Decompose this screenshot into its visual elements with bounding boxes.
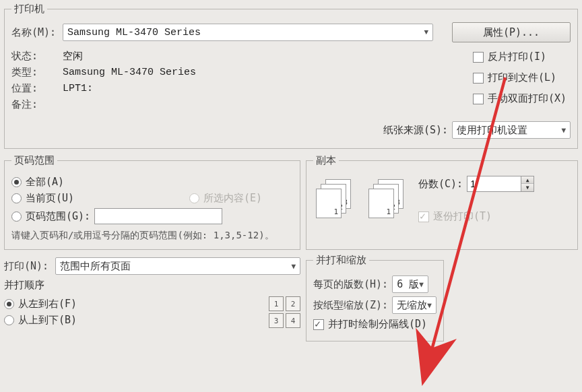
checkbox-icon [473, 94, 484, 104]
draw-separator-checkbox[interactable]: 并打时绘制分隔线(D) [313, 318, 427, 331]
range-all-label: 全部(A) [26, 176, 64, 189]
order-lr-radio[interactable]: 从左到右(F) [4, 298, 77, 311]
printer-name-value: Samsung ML-3470 Series [67, 27, 201, 38]
radio-icon [11, 193, 22, 203]
order-tb-label: 从上到下(B) [18, 314, 77, 327]
chevron-down-icon: ▼ [291, 262, 296, 271]
spinner-down-icon[interactable]: ▼ [521, 184, 534, 191]
radio-icon [4, 315, 14, 325]
range-selection-label: 所选内容(E) [203, 192, 262, 205]
collate-checkbox: 逐份打印(T) [418, 210, 534, 223]
printer-legend: 打印机 [11, 3, 47, 15]
order-lr-label: 从左到右(F) [18, 298, 77, 311]
collate-label: 逐份打印(T) [433, 210, 492, 223]
chevron-down-icon: ▼ [427, 301, 432, 310]
copies-count-spinner[interactable]: ▲ ▼ [467, 176, 534, 192]
checkbox-icon [473, 73, 484, 84]
checkbox-icon [418, 211, 429, 222]
name-label: 名称(M): [11, 26, 59, 39]
order-tb-radio[interactable]: 从上到下(B) [4, 314, 77, 327]
comment-label: 备注: [11, 98, 59, 111]
copies-legend: 副本 [313, 154, 339, 167]
range-current-label: 当前页(U) [26, 192, 74, 205]
properties-button[interactable]: 属性(P)... [452, 22, 571, 42]
range-current-radio[interactable]: 当前页(U) [11, 192, 74, 205]
type-label: 类型: [11, 66, 59, 79]
checkbox-icon [473, 52, 484, 63]
paper-source-value: 使用打印机设置 [457, 124, 527, 137]
spinner-up-icon[interactable]: ▲ [521, 176, 534, 184]
mirror-print-checkbox[interactable]: 反片打印(I) [473, 51, 567, 63]
pages-per-sheet-label: 每页的版数(H): [313, 278, 388, 291]
type-value: Samsung ML-3470 Series [63, 67, 196, 78]
printer-name-select[interactable]: Samsung ML-3470 Series ▼ [63, 24, 433, 41]
range-selection-radio: 所选内容(E) [189, 192, 262, 205]
page-range-legend: 页码范围 [11, 154, 57, 167]
collate-illustration: 3 2 1 3 2 1 [316, 179, 406, 217]
manual-duplex-label: 手动双面打印(X) [488, 92, 567, 105]
collate-scale-group: 并打和缩放 每页的版数(H): 6 版 ▼ 按纸型缩放(Z): 无缩放 ▼ 并打… [306, 254, 444, 341]
copies-count-label: 份数(C): [418, 178, 463, 191]
pages-per-sheet-select[interactable]: 6 版 ▼ [392, 275, 428, 293]
printer-group: 打印机 名称(M): Samsung ML-3470 Series ▼ 属性(P… [4, 3, 578, 149]
status-label: 状态: [11, 50, 59, 63]
chevron-down-icon: ▼ [424, 28, 428, 36]
print-order-label: 并打顺序 [4, 279, 300, 292]
pages-per-sheet-value: 6 版 [397, 278, 419, 291]
print-what-label: 打印(N): [4, 260, 51, 273]
range-note: 请键入页码和/或用逗号分隔的页码范围(例如: 1,3,5-12)。 [11, 228, 293, 242]
manual-duplex-checkbox[interactable]: 手动双面打印(X) [473, 92, 567, 105]
range-pages-label: 页码范围(G): [26, 210, 90, 223]
draw-separator-label: 并打时绘制分隔线(D) [328, 318, 427, 331]
range-pages-input[interactable] [94, 208, 222, 224]
range-pages-radio[interactable]: 页码范围(G): [11, 210, 90, 223]
radio-icon [11, 211, 22, 222]
print-to-file-checkbox[interactable]: 打印到文件(L) [473, 71, 567, 84]
chevron-down-icon: ▼ [561, 126, 566, 135]
where-label: 位置: [11, 82, 59, 95]
copies-count-input[interactable] [467, 176, 521, 192]
chevron-down-icon: ▼ [419, 280, 424, 289]
where-value: LPT1: [63, 83, 93, 94]
page-range-group: 页码范围 全部(A) 当前页(U) 所选内容(E) 页码范围(G): 请键入页码… [4, 154, 300, 250]
print-what-select[interactable]: 范围中所有页面 ▼ [55, 257, 300, 275]
radio-icon [189, 193, 199, 203]
scale-to-paper-select[interactable]: 无缩放 ▼ [392, 296, 437, 314]
order-preview-icon: 1234 [269, 296, 300, 328]
scale-to-paper-label: 按纸型缩放(Z): [313, 299, 388, 312]
scale-to-paper-value: 无缩放 [397, 299, 427, 312]
paper-source-select[interactable]: 使用打印机设置 ▼ [452, 121, 571, 139]
collate-scale-legend: 并打和缩放 [313, 254, 369, 267]
paper-source-label: 纸张来源(S): [383, 124, 448, 137]
radio-icon [4, 299, 14, 309]
copies-group: 副本 3 2 1 3 2 1 份数(C): [306, 154, 578, 250]
print-to-file-label: 打印到文件(L) [488, 71, 556, 84]
checkbox-icon [313, 319, 324, 330]
print-what-value: 范围中所有页面 [60, 260, 131, 273]
range-all-radio[interactable]: 全部(A) [11, 176, 64, 189]
radio-icon [11, 177, 22, 187]
mirror-print-label: 反片打印(I) [488, 51, 546, 63]
status-value: 空闲 [63, 50, 83, 63]
